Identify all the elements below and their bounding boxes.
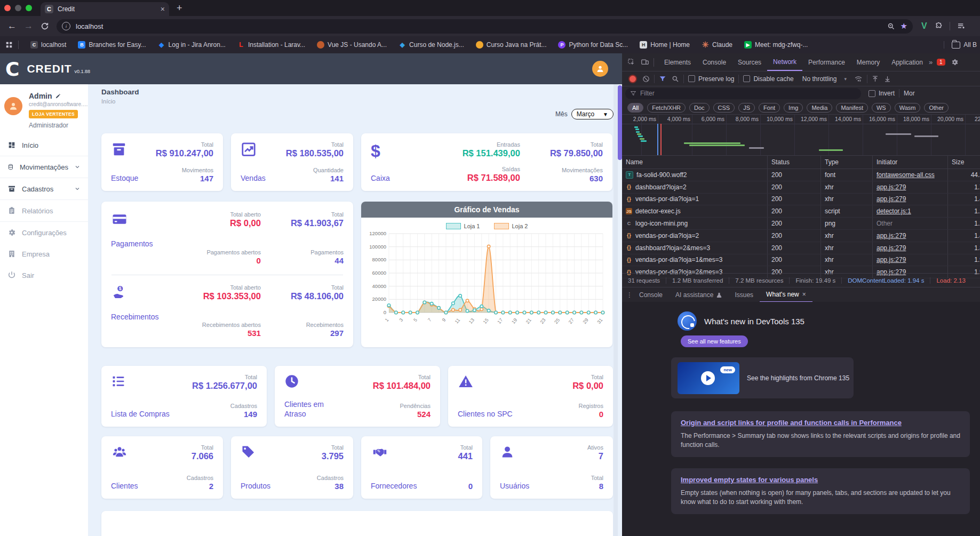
see-all-features-button[interactable]: See all new features	[681, 335, 748, 347]
close-icon[interactable]: ×	[802, 291, 806, 298]
url-bar[interactable]: i localhost ★	[57, 19, 913, 34]
col-size[interactable]: Size	[948, 156, 980, 169]
article-link[interactable]: Origin and script links for profile and …	[681, 419, 960, 427]
browser-menu-icon[interactable]	[957, 22, 966, 30]
tab-network[interactable]: Network	[767, 53, 802, 71]
drawer-tab-whats-new[interactable]: What's new×	[760, 288, 812, 302]
month-select[interactable]: Março▼	[571, 109, 614, 119]
sidebar-item-inicio[interactable]: Início	[0, 134, 88, 156]
tab-console[interactable]: Console	[697, 54, 732, 71]
table-row[interactable]: {}vendas-por-dia?loja=1 200 xhr app.js:2…	[622, 194, 980, 206]
table-row[interactable]: {}vendas-por-dia?loja=1&mes=3 200 xhr ap…	[622, 254, 980, 267]
dashboard-scrollbar[interactable]	[614, 84, 618, 536]
chip-js[interactable]: JS	[738, 103, 755, 113]
tab-sources[interactable]: Sources	[732, 54, 767, 71]
tab-close-icon[interactable]: ×	[161, 5, 165, 13]
disable-cache-checkbox[interactable]	[743, 75, 750, 82]
article-link[interactable]: Improved empty states for various panels	[681, 476, 960, 484]
bookmark-item[interactable]: Clocalhost	[30, 41, 66, 49]
initiator-link[interactable]: fontawesome-all.css	[877, 171, 935, 179]
table-row[interactable]: {}dashboard?loja=2 200 xhr app.js:279 1.…	[622, 181, 980, 194]
site-info-icon[interactable]: i	[62, 22, 70, 30]
back-icon[interactable]: ←	[7, 21, 17, 31]
chip-doc[interactable]: Doc	[689, 103, 710, 113]
sidebar-item-sair[interactable]: Sair	[0, 265, 88, 286]
tab-performance[interactable]: Performance	[802, 54, 851, 71]
drawer-tab-issues[interactable]: Issues	[728, 288, 760, 302]
network-conditions-icon[interactable]	[854, 75, 863, 83]
bookmark-item[interactable]: HHome | Home	[640, 41, 690, 49]
initiator-link[interactable]: app.js:279	[877, 256, 906, 263]
vue-devtools-icon[interactable]: V	[921, 21, 927, 31]
col-name[interactable]: Name	[622, 156, 768, 169]
bookmark-item[interactable]: ✳Claude	[702, 41, 732, 49]
filter-funnel-icon[interactable]	[659, 75, 666, 83]
sidebar-item-movimentacoes[interactable]: Movimentações	[0, 156, 88, 178]
devtools-settings-gear-icon[interactable]	[951, 58, 959, 66]
tab-elements[interactable]: Elements	[658, 54, 697, 71]
drawer-tab-console[interactable]: Console	[633, 288, 669, 302]
user-avatar[interactable]	[4, 97, 22, 115]
highlight-video-card[interactable]: new See the highlights from Chrome 135	[671, 357, 854, 398]
col-status[interactable]: Status	[768, 156, 821, 169]
sidebar-item-empresa[interactable]: Empresa	[0, 243, 88, 265]
record-network-log-icon[interactable]	[628, 75, 637, 83]
bookmark-item[interactable]: Vue JS - Usando A...	[317, 41, 387, 49]
table-row[interactable]: {}dashboard?loja=2&mes=3 200 xhr app.js:…	[622, 242, 980, 254]
tab-memory[interactable]: Memory	[851, 54, 886, 71]
chip-font[interactable]: Font	[759, 103, 780, 113]
sidebar-item-cadastros[interactable]: Cadastros	[0, 178, 88, 199]
preserve-log-label[interactable]: Preserve log	[698, 75, 734, 83]
initiator-link[interactable]: app.js:279	[877, 232, 906, 239]
chip-img[interactable]: Img	[784, 103, 803, 113]
forward-icon[interactable]: →	[24, 21, 33, 31]
bookmark-item[interactable]: ◆Curso de Node.js...	[399, 41, 464, 49]
all-bookmarks-button[interactable]: All B	[944, 41, 977, 49]
export-har-icon[interactable]	[884, 75, 891, 83]
sidebar-item-relatorios[interactable]: Relatórios	[0, 199, 88, 221]
chip-media[interactable]: Media	[807, 103, 832, 113]
bookmark-item[interactable]: ▶Meet: mdg-zfwq-...	[744, 41, 808, 49]
chip-manifest[interactable]: Manifest	[836, 103, 868, 113]
video-thumbnail[interactable]: new	[678, 362, 739, 394]
col-initiator[interactable]: Initiator	[873, 156, 948, 169]
apps-grid-icon[interactable]	[5, 41, 13, 49]
search-icon[interactable]	[672, 75, 679, 83]
more-filters-label[interactable]: Mor	[904, 90, 915, 97]
inspect-element-icon[interactable]	[627, 58, 635, 66]
legend-item[interactable]: Loja 1	[446, 223, 480, 229]
browser-tab[interactable]: C Credit ×	[41, 2, 169, 16]
table-row[interactable]: Tfa-solid-900.woff2 200 font fontawesome…	[622, 169, 980, 181]
throttling-select[interactable]: No throttling	[802, 75, 837, 83]
invert-checkbox[interactable]	[869, 90, 875, 97]
disable-cache-label[interactable]: Disable cache	[753, 75, 793, 83]
sidebar-item-configuracoes[interactable]: Configurações	[0, 221, 88, 243]
header-avatar[interactable]	[592, 61, 608, 77]
preserve-log-checkbox[interactable]	[688, 75, 695, 82]
bookmark-star-icon[interactable]: ★	[901, 21, 907, 31]
drawer-tab-ai-assistance[interactable]: AI assistance	[669, 288, 728, 302]
more-tabs-icon[interactable]: »	[929, 58, 933, 66]
traffic-light-minimize[interactable]	[15, 5, 21, 11]
chevron-down-icon[interactable]: ▾	[844, 76, 847, 82]
chip-css[interactable]: CSS	[713, 103, 735, 113]
table-row[interactable]: JSdetector-exec.js 200 script detector.j…	[622, 205, 980, 218]
bookmark-item[interactable]: Curso Java na Prát...	[476, 41, 547, 49]
network-overview-waterfall[interactable]	[622, 124, 980, 156]
bookmark-item[interactable]: PPython for Data Sc...	[558, 41, 628, 49]
table-row[interactable]: {}vendas-por-dia?loja=2 200 xhr app.js:2…	[622, 230, 980, 242]
play-icon[interactable]	[701, 371, 715, 385]
col-type[interactable]: Type	[821, 156, 873, 169]
bookmark-item[interactable]: ◆Log in - Jira Anron...	[158, 41, 226, 49]
initiator-link[interactable]: app.js:279	[877, 195, 906, 203]
chip-all[interactable]: All	[627, 103, 643, 113]
edit-pencil-icon[interactable]	[55, 93, 61, 99]
device-toolbar-icon[interactable]	[641, 58, 649, 66]
error-badge[interactable]: 1	[937, 59, 945, 66]
zoom-level-icon[interactable]	[887, 22, 895, 30]
traffic-light-zoom[interactable]	[26, 5, 32, 11]
network-filter-input[interactable]: Filter	[625, 88, 861, 99]
chip-wasm[interactable]: Wasm	[895, 103, 921, 113]
extensions-puzzle-icon[interactable]	[935, 22, 943, 30]
tab-application[interactable]: Application	[886, 54, 929, 71]
